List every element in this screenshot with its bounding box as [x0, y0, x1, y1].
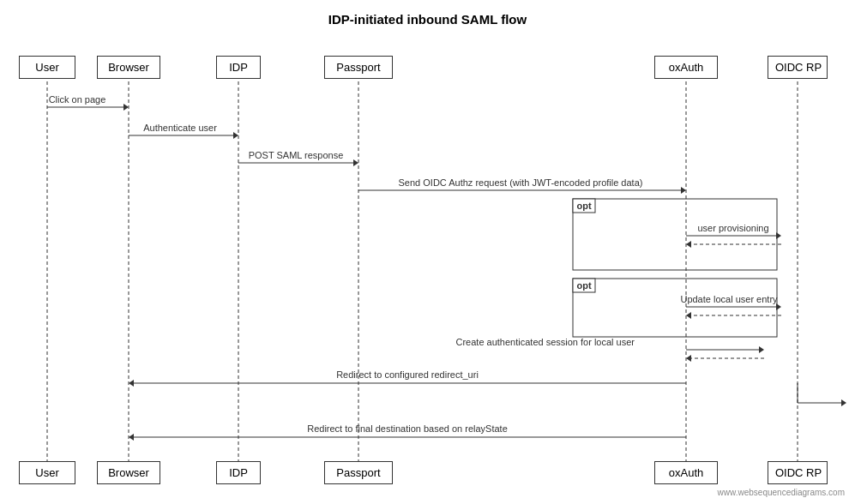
svg-marker-37 — [686, 355, 691, 362]
svg-text:Send OIDC Authz request (with : Send OIDC Authz request (with JWT-encode… — [399, 177, 643, 188]
diagram-container: IDP-initiated inbound SAML flow Click on… — [0, 0, 855, 504]
actor-user-top: User — [19, 56, 75, 79]
svg-marker-16 — [681, 187, 686, 194]
diagram-title: IDP-initiated inbound SAML flow — [0, 0, 855, 27]
actor-user-bottom: User — [19, 461, 75, 484]
svg-text:Click on page: Click on page — [49, 94, 106, 105]
watermark: www.websequencediagrams.com — [718, 488, 845, 497]
svg-marker-32 — [686, 312, 691, 319]
svg-text:Redirect to configured redirec: Redirect to configured redirect_uri — [336, 369, 479, 380]
svg-rect-18 — [573, 199, 777, 270]
svg-text:Update local user entry: Update local user entry — [680, 294, 778, 304]
actor-passport-top: Passport — [324, 56, 393, 79]
svg-marker-24 — [686, 241, 691, 248]
actor-oxauth-top: oxAuth — [654, 56, 718, 79]
svg-rect-26 — [573, 279, 777, 337]
svg-text:Create authenticated session f: Create authenticated session for local u… — [455, 337, 635, 347]
svg-marker-35 — [759, 346, 764, 353]
svg-marker-7 — [123, 104, 129, 111]
svg-text:user provisioning: user provisioning — [697, 223, 768, 233]
svg-text:Redirect to final destination : Redirect to final destination based on r… — [307, 423, 508, 434]
svg-marker-13 — [353, 159, 358, 166]
actor-browser-top: Browser — [97, 56, 160, 79]
svg-marker-46 — [129, 434, 134, 441]
svg-marker-40 — [129, 380, 134, 387]
svg-rect-27 — [573, 279, 595, 292]
svg-text:POST SAML response: POST SAML response — [249, 150, 344, 160]
actor-browser-bottom: Browser — [97, 461, 160, 484]
actor-oidcrp-top: OIDC RP — [768, 56, 828, 79]
actor-oxauth-bottom: oxAuth — [654, 461, 718, 484]
svg-marker-44 — [841, 399, 846, 406]
svg-text:Authenticate user: Authenticate user — [143, 123, 217, 133]
actor-idp-bottom: IDP — [216, 461, 261, 484]
actor-idp-top: IDP — [216, 56, 261, 79]
actor-oidcrp-bottom: OIDC RP — [768, 461, 828, 484]
svg-marker-22 — [776, 232, 781, 239]
actor-passport-bottom: Passport — [324, 461, 393, 484]
svg-marker-10 — [233, 132, 238, 139]
svg-rect-19 — [573, 199, 595, 213]
svg-text:opt: opt — [576, 280, 591, 291]
svg-text:opt: opt — [576, 201, 591, 211]
svg-marker-30 — [776, 303, 781, 310]
